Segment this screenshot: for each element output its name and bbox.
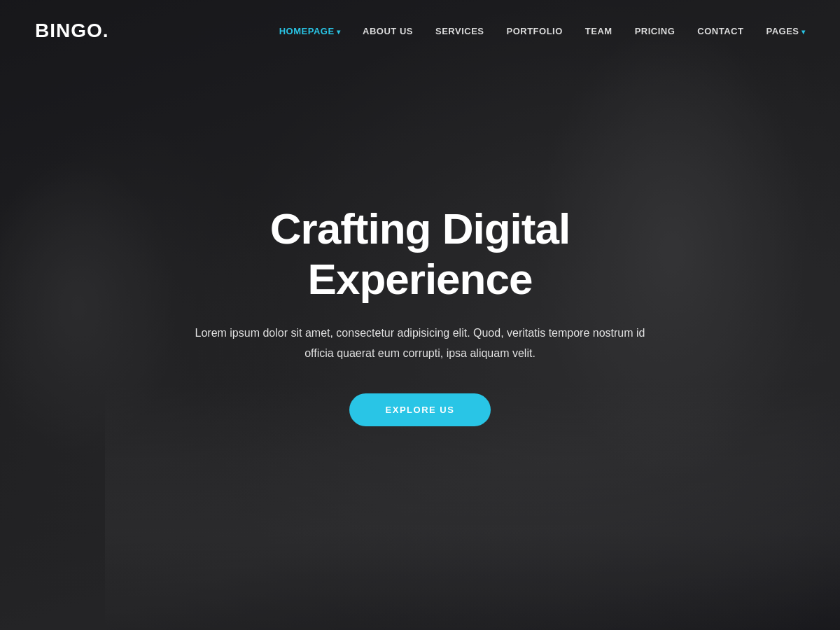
nav-item-pages[interactable]: PAGES▾ <box>766 24 805 37</box>
nav-link-pages[interactable]: PAGES▾ <box>766 26 805 36</box>
nav-link-portfolio[interactable]: PORTFOLIO <box>506 26 562 36</box>
nav-item-team[interactable]: TEAM <box>585 24 612 37</box>
nav-item-portfolio[interactable]: PORTFOLIO <box>506 24 562 37</box>
nav-item-homepage[interactable]: HOMEPAGE▾ <box>279 24 340 37</box>
nav-link-homepage[interactable]: HOMEPAGE▾ <box>279 26 340 36</box>
nav-item-services[interactable]: SERVICES <box>435 24 484 37</box>
hero-content: Crafting Digital Experience Lorem ipsum … <box>175 204 665 426</box>
nav-link-contact[interactable]: CONTACT <box>697 26 743 36</box>
hero-section: BINGO. HOMEPAGE▾ ABOUT US SERVICES PORTF… <box>0 0 840 630</box>
nav-link-about[interactable]: ABOUT US <box>363 26 413 36</box>
brand-logo[interactable]: BINGO. <box>35 20 109 42</box>
nav-link-services[interactable]: SERVICES <box>435 26 484 36</box>
chevron-down-icon: ▾ <box>337 28 341 36</box>
hero-subtitle: Lorem ipsum dolor sit amet, consectetur … <box>189 323 651 364</box>
nav-link-team[interactable]: TEAM <box>585 26 612 36</box>
hero-title: Crafting Digital Experience <box>189 204 651 304</box>
nav-item-pricing[interactable]: PRICING <box>635 24 676 37</box>
navbar: BINGO. HOMEPAGE▾ ABOUT US SERVICES PORTF… <box>0 0 840 61</box>
nav-item-contact[interactable]: CONTACT <box>697 24 743 37</box>
nav-item-about[interactable]: ABOUT US <box>363 24 413 37</box>
nav-link-pricing[interactable]: PRICING <box>635 26 676 36</box>
nav-links: HOMEPAGE▾ ABOUT US SERVICES PORTFOLIO TE… <box>279 24 805 37</box>
chevron-down-icon-pages: ▾ <box>802 28 806 36</box>
explore-us-button[interactable]: EXPLORE US <box>349 393 491 426</box>
